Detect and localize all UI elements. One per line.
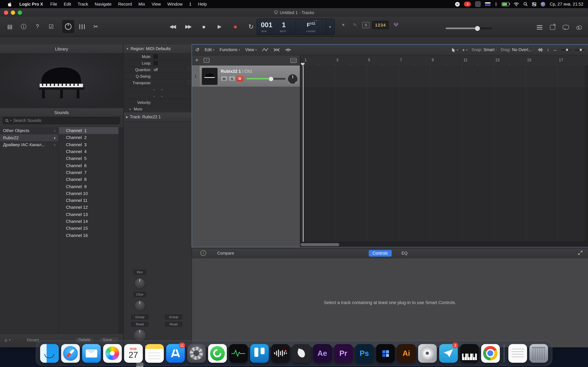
stop-button[interactable]: ■: [197, 21, 210, 33]
region-parameter-row[interactable]: ▸ Loop: ˆˇ: [124, 60, 191, 67]
library-toggle-icon[interactable]: ▤: [4, 20, 16, 33]
reverb-send-knob[interactable]: [134, 278, 145, 289]
dock-photos[interactable]: [103, 342, 122, 364]
solo-mode-button[interactable]: S: [362, 22, 370, 28]
catch-playhead-icon[interactable]: ↺: [195, 47, 199, 53]
chorus-send-knob[interactable]: [134, 300, 145, 311]
zoom-button[interactable]: [18, 10, 22, 15]
disclosure-triangle-icon[interactable]: ▼: [126, 47, 129, 50]
group-button[interactable]: Group: [131, 315, 148, 319]
playhead[interactable]: [303, 66, 303, 242]
library-scrollbar[interactable]: [119, 127, 123, 334]
region-parameter-row[interactable]: ▸ Quantize: off ˆˇ: [124, 67, 191, 73]
info-icon[interactable]: i: [200, 250, 206, 256]
dock-photoshop[interactable]: Ps: [355, 342, 374, 364]
quick-help-icon[interactable]: ?: [32, 20, 43, 33]
metronome-button[interactable]: Ψ: [391, 21, 401, 29]
track-header[interactable]: 1 Rubix22 1 | Ch1: [192, 66, 300, 87]
library-channel-row[interactable]: Channel 3: [59, 141, 119, 148]
menu-item[interactable]: Navigate: [91, 0, 115, 8]
vertical-scrollbar[interactable]: [585, 66, 588, 242]
dock-health-monitor[interactable]: [229, 342, 248, 364]
vertical-zoom-slider[interactable]: [561, 49, 571, 50]
library-channel-row[interactable]: Channel 15: [59, 225, 119, 232]
dock-premiere[interactable]: Pr: [334, 342, 353, 364]
library-category-row[interactable]: Other Objects ›: [0, 127, 58, 134]
dock-illustrator[interactable]: Ai: [397, 342, 416, 364]
minimize-button[interactable]: [11, 10, 15, 15]
track-mute-button[interactable]: M: [221, 76, 227, 81]
track-solo-button[interactable]: S: [229, 76, 235, 81]
library-channel-row[interactable]: Channel 1: [59, 127, 119, 134]
global-tracks-button[interactable]: [290, 58, 297, 63]
dock-dvd-player[interactable]: [417, 342, 437, 364]
timeline[interactable]: [300, 66, 588, 242]
smart-controls-toggle-icon[interactable]: [62, 20, 74, 33]
menu-item[interactable]: File: [47, 0, 60, 8]
region-parameter-row[interactable]: ▸ - - ˆˇ: [124, 86, 191, 93]
library-channel-row[interactable]: Channel 6: [59, 162, 119, 169]
master-volume-slider[interactable]: [446, 27, 492, 29]
menu-item[interactable]: Help: [195, 0, 210, 8]
track-volume-thumb[interactable]: [268, 76, 274, 81]
track-name[interactable]: Rubix22 1 | Ch1: [221, 69, 252, 74]
library-channel-row[interactable]: Channel 4: [59, 148, 119, 155]
parameter-value[interactable]: - -: [154, 87, 162, 91]
library-channel-row[interactable]: Channel 16: [59, 232, 119, 239]
dock-telegram[interactable]: 3: [439, 342, 458, 364]
menu-item[interactable]: Edit: [60, 0, 74, 8]
library-channel-row[interactable]: Channel 12: [59, 204, 119, 211]
dock-trello[interactable]: [250, 342, 269, 364]
low-latency-icon[interactable]: ✎: [350, 21, 360, 29]
library-category-row[interactable]: Драйвер IAC Канал... ›: [0, 141, 58, 148]
punch-mode-icon[interactable]: ×: [339, 21, 348, 29]
smart-controls-tab[interactable]: EQ: [398, 250, 411, 256]
loops-browser-icon[interactable]: [560, 21, 571, 34]
region-parameter-row[interactable]: ▸ Mute: ˆˇ: [124, 53, 191, 60]
search-scope-chevron[interactable]: ▾: [10, 119, 11, 122]
menu-item[interactable]: View: [148, 0, 164, 8]
drag-menu[interactable]: Drag: No Overl... ˆˇ: [501, 48, 534, 52]
library-search-field[interactable]: ▾: [3, 117, 120, 124]
view-menu[interactable]: View▾: [245, 48, 257, 52]
stepper-icon[interactable]: ˆˇ: [188, 80, 189, 85]
smart-controls-tab[interactable]: Controls: [369, 250, 392, 256]
browsers-icon[interactable]: [573, 21, 585, 34]
track-volume-slider[interactable]: [246, 78, 285, 80]
inspector-toggle-icon[interactable]: ⓘ: [18, 20, 30, 33]
vertical-zoom-icon[interactable]: ↕: [547, 48, 549, 52]
track-inspector-header[interactable]: ▶ Track: Rubix22 1: [124, 113, 191, 122]
dock-safari[interactable]: [61, 342, 80, 364]
close-button[interactable]: [4, 10, 8, 15]
record-button[interactable]: ●: [229, 21, 242, 33]
horizontal-scrollbar[interactable]: [300, 242, 588, 247]
parameter-checkbox[interactable]: [154, 54, 158, 59]
dock-finder[interactable]: [40, 342, 59, 364]
parameter-value[interactable]: off: [154, 68, 158, 72]
duplicate-track-button[interactable]: +: [204, 58, 209, 63]
menu-item[interactable]: Mix: [135, 0, 148, 8]
library-channel-row[interactable]: Channel 2: [59, 134, 119, 141]
dock-mail[interactable]: [82, 342, 101, 364]
list-editors-icon[interactable]: [534, 21, 545, 34]
dock-system-preferences[interactable]: [187, 342, 206, 364]
dock-whatsapp[interactable]: [208, 342, 227, 364]
volume-thumb[interactable]: [475, 26, 480, 31]
stepper-icon[interactable]: ˆˇ: [188, 67, 189, 72]
battery-icon[interactable]: [502, 2, 509, 6]
horizontal-zoom-slider[interactable]: [575, 49, 585, 50]
region-parameter-row[interactable]: ▸ - - ˆˇ: [124, 93, 191, 99]
dock-textedit[interactable]: [508, 342, 528, 364]
dock-notes[interactable]: [145, 342, 164, 364]
lcd-position-section[interactable]: 001 1 BAR BEAT: [257, 19, 296, 35]
search-input[interactable]: [13, 118, 117, 123]
functions-menu[interactable]: Functions▾: [219, 48, 240, 52]
library-channel-row[interactable]: Channel 13: [59, 211, 119, 218]
input-language-flag-icon[interactable]: [485, 2, 491, 6]
library-channel-row[interactable]: Channel 11: [59, 197, 119, 204]
library-category-row[interactable]: Rubix22 ›: [0, 134, 58, 141]
dock-pixel-app[interactable]: [376, 342, 395, 364]
editors-toggle-icon[interactable]: ✂: [90, 20, 102, 33]
play-button[interactable]: ▶: [213, 21, 226, 33]
library-channel-row[interactable]: Channel 7: [59, 169, 119, 176]
